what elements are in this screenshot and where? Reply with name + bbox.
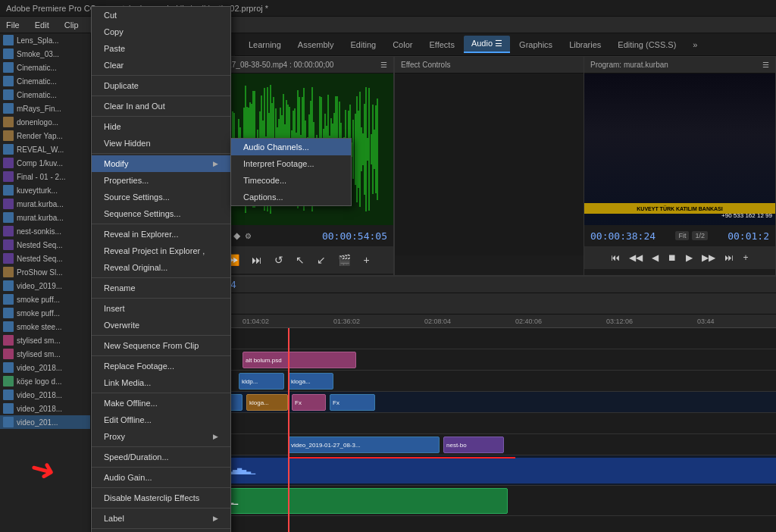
- list-item[interactable]: stylised sm...: [0, 333, 90, 347]
- plus-btn[interactable]: +: [360, 252, 372, 268]
- fit-dropdown[interactable]: Fit: [675, 231, 689, 240]
- menu-edit[interactable]: Edit: [32, 19, 52, 31]
- tab-audio[interactable]: Audio ☰: [464, 36, 510, 53]
- clip-block[interactable]: kloga...: [288, 373, 333, 390]
- list-item[interactable]: video_2018...: [0, 402, 90, 415]
- prog-plus[interactable]: +: [740, 251, 751, 264]
- clip-block[interactable]: kldp...: [239, 373, 284, 390]
- ctx-reveal-original[interactable]: Reveal Original...: [92, 259, 230, 276]
- ctx-reveal-explorer[interactable]: Reveal in Explorer...: [92, 226, 230, 243]
- ctx-overwrite[interactable]: Overwrite: [92, 317, 230, 333]
- tab-more[interactable]: »: [685, 37, 705, 52]
- clip-block[interactable]: kloga...: [246, 394, 288, 411]
- tab-editing-css[interactable]: Editing (CSS.S): [610, 37, 684, 52]
- ctx-insert[interactable]: Insert: [92, 300, 230, 317]
- overwrite-btn[interactable]: ↙: [314, 252, 329, 268]
- clip-block[interactable]: video_2019-01-27_08-3...: [288, 437, 440, 453]
- list-item[interactable]: smoke puff...: [0, 306, 90, 320]
- insert-btn[interactable]: ↖: [293, 252, 308, 268]
- ctx-make-offline[interactable]: Make Offline...: [92, 395, 230, 412]
- add-marker-btn[interactable]: ◆: [233, 230, 240, 241]
- ctx-edit-offline[interactable]: Edit Offline...: [92, 412, 230, 428]
- ctx-reveal-project[interactable]: Reveal Project in Explorer ,: [92, 243, 230, 259]
- list-item[interactable]: stylised sm...: [0, 347, 90, 361]
- prog-stop[interactable]: ⏹: [665, 251, 680, 264]
- settings-btn[interactable]: ⚙: [245, 232, 252, 240]
- clip-block[interactable]: Fx: [292, 394, 326, 411]
- list-item[interactable]: kuveytturk...: [0, 183, 90, 197]
- tab-libraries[interactable]: Libraries: [562, 37, 609, 52]
- list-item[interactable]: video_2018...: [0, 361, 90, 374]
- ctx-clear[interactable]: Clear: [92, 57, 230, 74]
- ctx-proxy[interactable]: Proxy▶: [92, 428, 230, 445]
- ctx-hide[interactable]: Hide: [92, 118, 230, 135]
- ctx-new-sequence[interactable]: New Sequence From Clip: [92, 337, 230, 354]
- submenu-audio-channels[interactable]: Audio Channels...: [231, 139, 351, 155]
- list-item[interactable]: video_2019...: [0, 279, 90, 293]
- list-item[interactable]: Smoke_03...: [0, 47, 90, 61]
- ctx-replace-footage[interactable]: Replace Footage...: [92, 358, 230, 374]
- source-menu-icon[interactable]: ☰: [380, 61, 387, 69]
- prog-mark-in[interactable]: ⏮: [608, 251, 623, 264]
- list-item[interactable]: Cinematic...: [0, 74, 90, 88]
- list-item[interactable]: murat.kurba...: [0, 211, 90, 224]
- list-item[interactable]: Nested Seq...: [0, 238, 90, 252]
- ctx-link-media[interactable]: Link Media...: [92, 374, 230, 391]
- loop-btn[interactable]: ↺: [271, 252, 286, 268]
- mark-out-btn[interactable]: ⏭: [249, 252, 265, 268]
- list-item[interactable]: ProShow Sl...: [0, 265, 90, 279]
- list-item[interactable]: murat.kurba...: [0, 197, 90, 211]
- list-item[interactable]: Nested Seq...: [0, 252, 90, 265]
- ctx-modify[interactable]: Modify▶: [92, 155, 230, 172]
- ctx-duplicate[interactable]: Duplicate: [92, 77, 230, 94]
- tab-effects[interactable]: Effects: [421, 37, 462, 52]
- tab-assembly[interactable]: Assembly: [290, 37, 342, 52]
- clip-block[interactable]: alt bolum.psd: [242, 352, 356, 368]
- list-item[interactable]: video_2018...: [0, 388, 90, 402]
- submenu-timecode[interactable]: Timecode...: [231, 172, 351, 189]
- prog-step-fwd[interactable]: ▶▶: [699, 251, 718, 264]
- list-item[interactable]: mRays_Fin...: [0, 102, 90, 115]
- ctx-disable-masterclip[interactable]: Disable Masterclip Effects: [92, 490, 230, 506]
- ctx-paste[interactable]: Paste: [92, 40, 230, 57]
- prog-mark-out[interactable]: ⏭: [721, 251, 737, 264]
- list-item[interactable]: Final - 01 - 2...: [0, 170, 90, 183]
- list-item[interactable]: smoke puff...: [0, 293, 90, 306]
- ratio-dropdown[interactable]: 1/2: [692, 231, 708, 240]
- list-item[interactable]: köşe logo d...: [0, 374, 90, 388]
- list-item[interactable]: video_201...: [0, 415, 90, 429]
- list-item[interactable]: Comp 1/kuv...: [0, 156, 90, 170]
- list-item[interactable]: Lens_Spla...: [0, 33, 90, 47]
- ctx-view-hidden[interactable]: View Hidden: [92, 135, 230, 152]
- ctx-copy[interactable]: Copy: [92, 23, 230, 40]
- prog-play-back[interactable]: ◀: [649, 251, 662, 264]
- ctx-clear-in-out[interactable]: Clear In and Out: [92, 98, 230, 114]
- prog-play[interactable]: ▶: [683, 251, 696, 264]
- submenu-interpret-footage[interactable]: Interpret Footage...: [231, 155, 351, 172]
- ctx-speed-duration[interactable]: Speed/Duration...: [92, 449, 230, 465]
- tab-learning[interactable]: Learning: [241, 37, 289, 52]
- prog-step-back[interactable]: ◀◀: [626, 251, 646, 264]
- playhead[interactable]: [288, 328, 289, 532]
- ctx-audio-gain[interactable]: Audio Gain...: [92, 469, 230, 486]
- menu-file[interactable]: File: [3, 19, 23, 31]
- list-item[interactable]: REVEAL_W...: [0, 142, 90, 156]
- tab-editing[interactable]: Editing: [343, 37, 384, 52]
- tab-color[interactable]: Color: [385, 37, 420, 52]
- clip-block[interactable]: Fx: [330, 394, 375, 411]
- ctx-label[interactable]: Label▶: [92, 510, 230, 527]
- tab-graphics[interactable]: Graphics: [512, 37, 560, 52]
- ctx-properties[interactable]: Properties...: [92, 172, 230, 189]
- list-item[interactable]: nest-sonkis...: [0, 224, 90, 238]
- ctx-source-settings[interactable]: Source Settings...: [92, 189, 230, 205]
- ctx-rename[interactable]: Rename: [92, 280, 230, 296]
- list-item[interactable]: Render Yap...: [0, 129, 90, 142]
- ctx-cut[interactable]: Cut: [92, 7, 230, 23]
- list-item[interactable]: Cinematic...: [0, 61, 90, 74]
- list-item[interactable]: donenlogo...: [0, 115, 90, 129]
- ctx-sequence-settings[interactable]: Sequence Settings...: [92, 205, 230, 222]
- export-btn[interactable]: 🎬: [335, 252, 354, 268]
- clip-block[interactable]: nest-bo: [443, 437, 504, 453]
- list-item[interactable]: Cinematic...: [0, 88, 90, 102]
- program-menu-icon[interactable]: ☰: [762, 61, 769, 69]
